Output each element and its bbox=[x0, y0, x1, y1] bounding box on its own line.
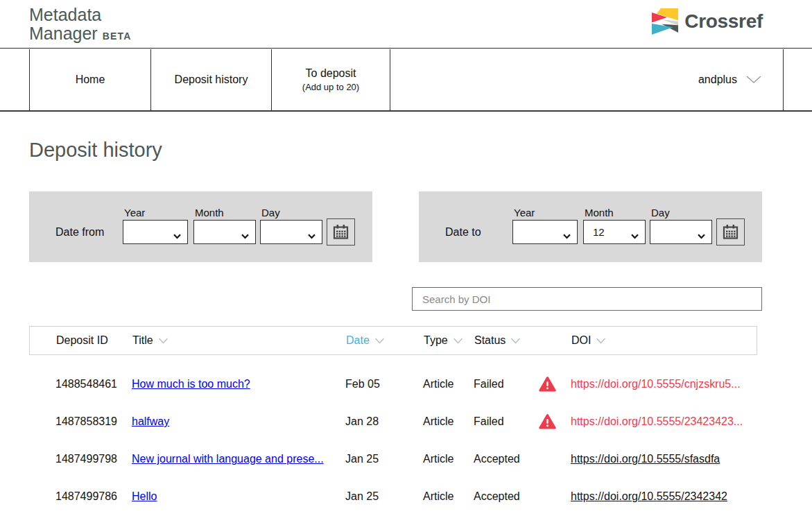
column-header-status[interactable]: Status bbox=[474, 334, 521, 347]
chevron-down-icon bbox=[241, 230, 249, 241]
beta-badge: BETA bbox=[103, 31, 132, 42]
tab-deposit-history[interactable]: Deposit history bbox=[151, 49, 271, 110]
month-label: Month bbox=[585, 207, 614, 218]
chevron-down-icon bbox=[698, 230, 705, 241]
column-header-doi[interactable]: DOI bbox=[571, 334, 606, 347]
crossref-logo-icon bbox=[652, 6, 678, 37]
date-from-calendar-button[interactable] bbox=[327, 218, 355, 246]
crossref-wordmark: Crossref bbox=[684, 10, 763, 33]
deposit-date: Jan 25 bbox=[345, 453, 379, 465]
title-link[interactable]: New journal with language and prese... bbox=[132, 453, 324, 465]
sort-chevron-icon bbox=[510, 338, 521, 344]
date-to-label: Date to bbox=[445, 226, 481, 239]
year-label: Year bbox=[124, 207, 145, 218]
date-to-calendar-button[interactable] bbox=[716, 218, 745, 246]
column-label: Title bbox=[132, 334, 153, 347]
sort-chevron-icon bbox=[374, 338, 385, 344]
deposit-id: 1487858319 bbox=[55, 415, 117, 428]
warning-icon[interactable] bbox=[539, 414, 556, 430]
table-row: 1487499786 Hello Jan 25 Article Accepted… bbox=[0, 478, 812, 515]
deposit-type: Article bbox=[423, 453, 453, 465]
status-text: Accepted bbox=[474, 490, 520, 503]
column-label: Type bbox=[424, 334, 448, 347]
tab-home-label: Home bbox=[76, 74, 105, 86]
table-row: 1488548461 How much is too much? Feb 05 … bbox=[0, 366, 812, 403]
month-value: 12 bbox=[593, 226, 605, 238]
metadata-manager-logo: Metadata ManagerBETA bbox=[29, 6, 132, 46]
status-text: Accepted bbox=[474, 453, 520, 465]
date-from-year-select[interactable] bbox=[123, 220, 188, 244]
deposit-date: Jan 28 bbox=[345, 415, 379, 428]
logo-line1: Metadata bbox=[29, 5, 101, 24]
deposit-id: 1487499786 bbox=[55, 490, 117, 503]
title-link[interactable]: Hello bbox=[132, 490, 157, 503]
deposit-id: 1488548461 bbox=[55, 378, 117, 390]
doi-link[interactable]: https://doi.org/10.5555/sfasdfa bbox=[571, 453, 720, 465]
sort-chevron-icon bbox=[453, 338, 463, 344]
year-label: Year bbox=[514, 207, 535, 218]
chevron-down-icon bbox=[746, 76, 761, 84]
table-header: Deposit ID Title Date Type Status DOI bbox=[29, 326, 757, 355]
calendar-icon bbox=[333, 224, 349, 240]
column-label: Date bbox=[346, 334, 370, 347]
metadata-manager-app: Metadata ManagerBETA Crossref bbox=[0, 0, 812, 516]
date-to-month-select[interactable]: 12 bbox=[583, 220, 646, 244]
title-link[interactable]: How much is too much? bbox=[132, 378, 250, 390]
logo-line2: Manager bbox=[29, 24, 98, 43]
deposit-type: Article bbox=[423, 415, 453, 428]
title-link[interactable]: halfway bbox=[132, 415, 169, 428]
tab-home[interactable]: Home bbox=[30, 49, 150, 110]
nav-divider bbox=[783, 49, 784, 110]
doi-text: https://doi.org/10.5555/23423423... bbox=[571, 415, 743, 428]
date-from-label: Date from bbox=[55, 226, 104, 239]
chevron-down-icon bbox=[173, 230, 181, 241]
day-label: Day bbox=[651, 207, 670, 218]
doi-link[interactable]: https://doi.org/10.5555/2342342 bbox=[571, 490, 727, 503]
table-row: 1487858319 halfway Jan 28 Article Failed… bbox=[0, 403, 812, 440]
tab-to-deposit[interactable]: To deposit (Add up to 20) bbox=[272, 49, 390, 110]
deposit-date: Jan 25 bbox=[345, 490, 379, 503]
chevron-down-icon bbox=[308, 230, 316, 241]
status-text: Failed bbox=[474, 378, 504, 390]
main-nav: Home Deposit history To deposit (Add up … bbox=[0, 49, 812, 112]
date-to-panel: Date to Year Month Day 12 bbox=[419, 191, 762, 262]
column-header-date[interactable]: Date bbox=[346, 334, 385, 347]
page-title: Deposit history bbox=[29, 139, 162, 162]
app-header: Metadata ManagerBETA Crossref bbox=[0, 0, 812, 49]
calendar-icon bbox=[723, 224, 738, 240]
column-header-title[interactable]: Title bbox=[132, 334, 169, 347]
search-input[interactable] bbox=[412, 287, 762, 311]
crossref-logo: Crossref bbox=[652, 6, 763, 37]
doi-text: https://doi.org/10.5555/cnjzskru5... bbox=[571, 378, 741, 390]
tab-deposit-history-label: Deposit history bbox=[175, 74, 248, 86]
chevron-down-icon bbox=[631, 230, 639, 241]
column-header-deposit-id: Deposit ID bbox=[56, 334, 108, 347]
date-from-panel: Date from Year Month Day bbox=[29, 191, 372, 262]
date-to-day-select[interactable] bbox=[650, 220, 712, 244]
user-menu-label: andplus bbox=[698, 74, 737, 86]
nav-divider bbox=[390, 49, 390, 110]
column-label: Deposit ID bbox=[56, 334, 108, 347]
column-header-type[interactable]: Type bbox=[424, 334, 463, 347]
chevron-down-icon bbox=[563, 230, 571, 241]
sort-chevron-icon bbox=[596, 338, 606, 344]
user-menu[interactable]: andplus bbox=[698, 49, 761, 110]
status-text: Failed bbox=[474, 415, 504, 428]
deposit-type: Article bbox=[423, 490, 453, 503]
deposit-type: Article bbox=[423, 378, 453, 390]
tab-to-deposit-sublabel: (Add up to 20) bbox=[302, 82, 359, 92]
table-row: 1487499798 New journal with language and… bbox=[0, 440, 812, 478]
date-from-day-select[interactable] bbox=[260, 220, 322, 244]
sort-chevron-icon bbox=[158, 338, 169, 344]
date-to-year-select[interactable] bbox=[512, 220, 578, 244]
tab-to-deposit-label: To deposit bbox=[306, 67, 356, 80]
column-label: DOI bbox=[571, 334, 591, 347]
warning-icon[interactable] bbox=[539, 377, 556, 393]
day-label: Day bbox=[261, 207, 280, 218]
date-from-month-select[interactable] bbox=[193, 220, 256, 244]
deposit-date: Feb 05 bbox=[345, 378, 380, 390]
month-label: Month bbox=[195, 207, 224, 218]
column-label: Status bbox=[474, 334, 506, 347]
deposit-id: 1487499798 bbox=[55, 453, 117, 465]
